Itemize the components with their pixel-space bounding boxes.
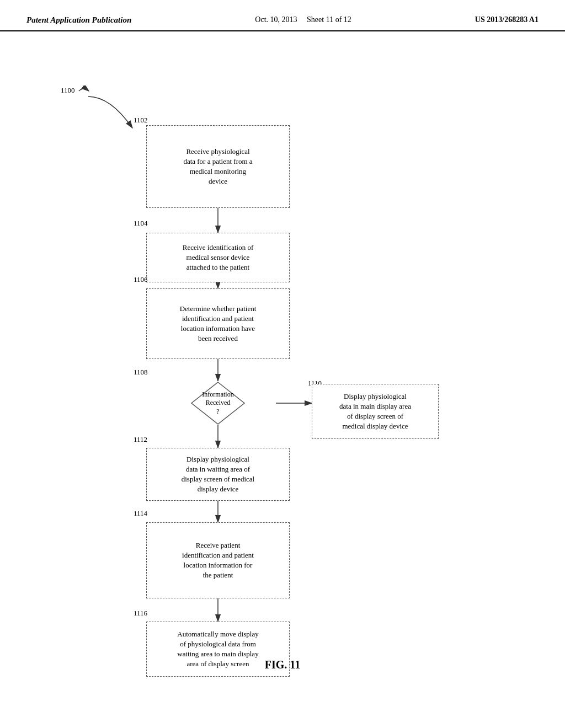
page-header: Patent Application Publication Oct. 10, … — [0, 0, 565, 31]
node-1114: Receive patient identification and patie… — [146, 522, 290, 598]
figure-caption: FIG. 11 — [0, 659, 565, 671]
node-1116-label: 1116 — [134, 609, 147, 618]
flowchart-title-label: 1100 — [61, 85, 100, 97]
node-1102-label: 1102 — [134, 116, 148, 125]
node-1112-label: 1112 — [134, 435, 147, 444]
node-1108-diamond: Information Received ? — [190, 381, 246, 425]
sheet-info: Sheet 11 of 12 — [307, 15, 351, 24]
node-1102: Receive physiological data for a patient… — [146, 125, 290, 208]
node-1112: Display physiological data in waiting ar… — [146, 448, 290, 501]
node-1106-label: 1106 — [134, 275, 148, 284]
flowchart-diagram: 1100 1102 Receive physiological data for… — [0, 37, 565, 688]
patent-number: US 2013/268283 A1 — [475, 15, 539, 24]
node-1108-label: 1108 — [134, 368, 148, 377]
header-date-sheet: Oct. 10, 2013 Sheet 11 of 12 — [255, 15, 351, 24]
publication-title: Patent Application Publication — [26, 15, 131, 25]
node-1110: Display physiological data in main displ… — [312, 384, 439, 439]
node-1106: Determine whether patient identification… — [146, 288, 290, 359]
node-1104-label: 1104 — [134, 219, 148, 228]
publication-date: Oct. 10, 2013 — [255, 15, 297, 24]
node-1104: Receive identification of medical sensor… — [146, 233, 290, 282]
node-1114-label: 1114 — [134, 509, 147, 518]
